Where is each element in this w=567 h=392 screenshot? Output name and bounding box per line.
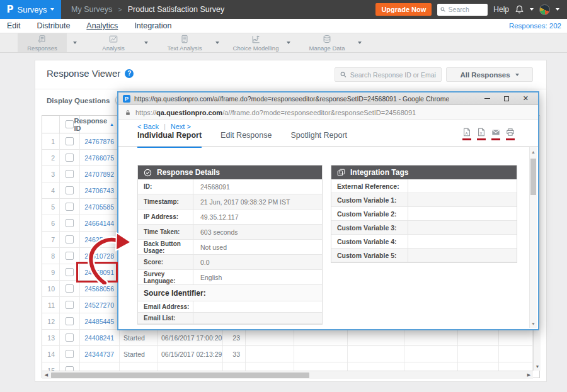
row-checkbox[interactable]: [66, 317, 74, 325]
scroll-right-arrow-icon[interactable]: ▶: [525, 371, 533, 379]
responses-count-link[interactable]: Responses: 202: [509, 22, 567, 30]
help-link[interactable]: Help: [493, 5, 509, 14]
row-checkbox[interactable]: [66, 235, 74, 244]
response-id-link[interactable]: 24766075: [80, 150, 120, 166]
row-checkbox[interactable]: [66, 301, 74, 309]
detail-row: Timestamp:21 Jun, 2017 09:38:32 PM IST: [138, 194, 322, 210]
responses-dropdown-caret[interactable]: [67, 33, 83, 52]
row-checkbox[interactable]: [66, 203, 74, 211]
row-checkbox[interactable]: [66, 333, 74, 342]
row-checkbox[interactable]: [66, 137, 74, 145]
select-all-checkbox[interactable]: [66, 120, 74, 128]
tab-individual-report[interactable]: Individual Report: [137, 128, 202, 148]
detail-row: Time Taken:603 seconds: [138, 225, 322, 240]
notifications-chevron-icon[interactable]: [530, 8, 534, 11]
response-id-link[interactable]: 24767876: [80, 133, 120, 150]
vertical-scroll-thumb[interactable]: [530, 159, 536, 195]
row-checkbox[interactable]: [66, 170, 74, 178]
response-filter-dropdown[interactable]: All Responses: [446, 67, 533, 82]
detail-row: IP Address:49.35.12.117: [138, 210, 322, 225]
text-analysis-tool[interactable]: Text Analysis: [160, 33, 209, 52]
questionpro-logo-icon: P: [7, 4, 14, 15]
notifications-bell-icon[interactable]: [515, 4, 524, 14]
response-id-link[interactable]: 24408241: [80, 330, 120, 346]
choice-modelling-dropdown-caret[interactable]: [280, 33, 297, 52]
analysis-tool[interactable]: Analysis: [89, 33, 138, 52]
analysis-dropdown-caret[interactable]: [138, 33, 154, 52]
response-details-rows: ID:24568091Timestamp:21 Jun, 2017 09:38:…: [138, 179, 322, 324]
row-checkbox[interactable]: [66, 252, 74, 260]
account-chevron-icon[interactable]: [556, 8, 559, 11]
breadcrumb: My Surveys > Product Satisfaction Survey: [71, 5, 224, 14]
row-checkbox[interactable]: [66, 366, 74, 371]
questionpro-favicon-icon: P: [123, 95, 130, 103]
upgrade-now-button[interactable]: Upgrade Now: [375, 3, 432, 16]
global-search[interactable]: [437, 4, 488, 16]
table-row: 1324408241Started06/16/2017 17:00:2023: [42, 330, 539, 346]
response-id-link[interactable]: 24705585: [80, 199, 120, 215]
sort-ascending-icon[interactable]: ▲: [110, 122, 114, 126]
user-avatar[interactable]: [539, 4, 550, 15]
row-checkbox[interactable]: [66, 154, 74, 162]
row-checkbox[interactable]: [66, 268, 74, 276]
chevron-down-icon: [515, 74, 519, 76]
responses-icon: [37, 35, 47, 44]
email-icon[interactable]: [491, 128, 500, 140]
divider: [35, 89, 546, 89]
row-checkbox[interactable]: [66, 284, 74, 293]
response-id-header: Response ID: [74, 117, 107, 132]
print-icon[interactable]: [506, 128, 515, 140]
scroll-down-arrow-icon[interactable]: ▼: [534, 362, 541, 370]
response-search[interactable]: [335, 67, 442, 82]
tab-spotlight-report[interactable]: Spotlight Report: [290, 128, 347, 148]
chrome-popup-window: P https://qa.questionpro.com/a//frame.do…: [117, 91, 539, 330]
menu-item-distribute[interactable]: Distribute: [37, 21, 71, 30]
survey-menu: EditDistributeAnalyticsIntegration Respo…: [0, 19, 567, 33]
response-id-link[interactable]: 24527270: [80, 297, 120, 313]
row-checkbox[interactable]: [66, 350, 74, 358]
manage-data-dropdown-caret[interactable]: [352, 33, 368, 52]
choice-modelling-tool[interactable]: Choice Modelling: [231, 33, 280, 52]
response-details-header: Response Details: [138, 165, 322, 179]
help-icon[interactable]: ?: [125, 69, 134, 78]
menu-item-integration[interactable]: Integration: [134, 21, 171, 30]
row-checkbox[interactable]: [66, 219, 74, 227]
response-id-link[interactable]: 24706743: [80, 182, 120, 199]
global-search-input[interactable]: [449, 6, 485, 13]
tab-edit-response[interactable]: Edit Response: [220, 128, 272, 148]
response-search-input[interactable]: [350, 71, 436, 79]
breadcrumb-separator: >: [118, 6, 122, 13]
detail-row: Email List:: [138, 313, 322, 324]
response-id-link[interactable]: 24485445: [80, 313, 120, 330]
maximize-icon[interactable]: [504, 96, 509, 101]
window-title-bar[interactable]: P https://qa.questionpro.com/a//frame.do…: [118, 92, 538, 105]
row-checkbox[interactable]: [66, 186, 74, 194]
toolbar-group-text-analysis: Text Analysis: [160, 33, 226, 52]
toolbar-group-analysis: Analysis: [89, 33, 154, 52]
window-controls: ✕: [484, 95, 534, 102]
popup-vertical-scrollbar[interactable]: ▲ ▼: [529, 147, 537, 328]
menu-item-analytics[interactable]: Analytics: [86, 21, 118, 30]
address-bar[interactable]: https://qa.questionpro.com/a//frame.do?m…: [118, 105, 538, 120]
table-horizontal-scrollbar[interactable]: ◀ ▶: [42, 371, 533, 379]
text-analysis-dropdown-caret[interactable]: [209, 33, 226, 52]
response-id-link[interactable]: 24707892: [80, 166, 120, 182]
product-switcher[interactable]: P Surveys: [0, 0, 61, 19]
scroll-down-arrow-icon[interactable]: ▼: [530, 320, 537, 327]
menu-item-edit[interactable]: Edit: [7, 21, 21, 30]
scroll-up-arrow-icon[interactable]: ▲: [530, 148, 537, 155]
minimize-icon[interactable]: [484, 98, 490, 99]
svg-text:A: A: [465, 131, 468, 135]
breadcrumb-my-surveys[interactable]: My Surveys: [71, 5, 112, 14]
analytics-toolbar: Responses Analysis Text Analysis Choice …: [0, 33, 567, 53]
scroll-left-arrow-icon[interactable]: ◀: [42, 371, 50, 379]
excel-export-icon[interactable]: X: [477, 128, 486, 140]
horizontal-scroll-thumb[interactable]: [51, 372, 309, 378]
close-icon[interactable]: ✕: [523, 95, 529, 102]
responses-tool[interactable]: Responses: [18, 33, 67, 52]
manage-data-tool[interactable]: Manage Data: [302, 33, 352, 52]
menu-items: EditDistributeAnalyticsIntegration: [7, 21, 171, 30]
response-id-link[interactable]: 24344737: [80, 346, 120, 362]
pdf-export-icon[interactable]: A: [462, 128, 471, 140]
table-row: 1424344737Started06/15/2017 02:13:2933: [42, 346, 539, 362]
